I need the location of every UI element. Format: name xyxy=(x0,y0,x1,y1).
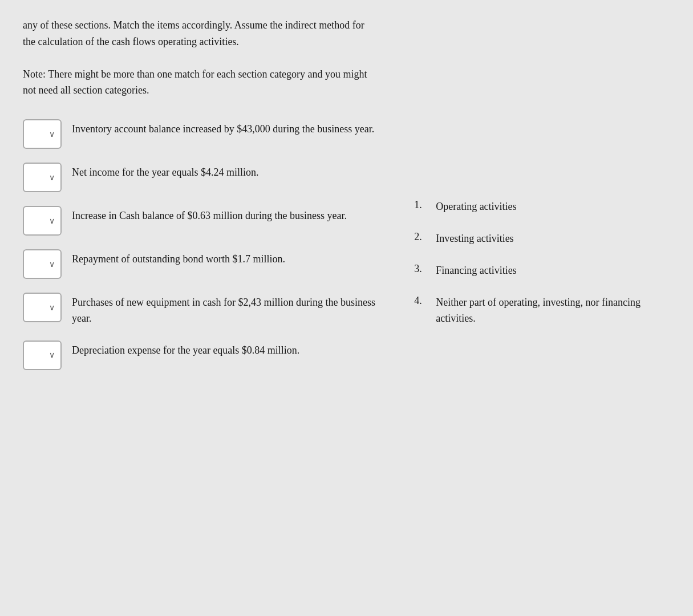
dropdown-box-3[interactable]: ∨ xyxy=(23,206,62,236)
chevron-down-icon: ∨ xyxy=(49,129,55,139)
categories-column: 1.Operating activities2.Investing activi… xyxy=(414,119,670,326)
dropdown-box-5[interactable]: ∨ xyxy=(23,293,62,322)
item-text-2: Net income for the year equals $4.24 mil… xyxy=(72,163,258,181)
item-text-1: Inventory account balance increased by $… xyxy=(72,119,374,137)
item-text-5: Purchases of new equipment in cash for $… xyxy=(72,293,380,327)
category-item-3: 3.Financing activities xyxy=(414,263,670,279)
intro-paragraph: any of these sections. Match the items a… xyxy=(23,17,670,50)
items-column: ∨Inventory account balance increased by … xyxy=(23,119,380,370)
dropdown-box-4[interactable]: ∨ xyxy=(23,249,62,279)
note-paragraph: Note: There might be more than one match… xyxy=(23,66,670,99)
category-item-2: 2.Investing activities xyxy=(414,231,670,247)
category-text-1: Operating activities xyxy=(436,199,516,215)
item-text-4: Repayment of outstanding bond worth $1.7… xyxy=(72,249,285,268)
item-text-6: Depreciation expense for the year equals… xyxy=(72,341,299,359)
list-item: ∨Inventory account balance increased by … xyxy=(23,119,380,149)
dropdown-box-6[interactable]: ∨ xyxy=(23,341,62,370)
main-content: ∨Inventory account balance increased by … xyxy=(23,119,670,370)
category-number-1: 1. xyxy=(414,199,428,211)
list-item: ∨Depreciation expense for the year equal… xyxy=(23,341,380,370)
list-item: ∨Increase in Cash balance of $0.63 milli… xyxy=(23,206,380,236)
category-text-2: Investing activities xyxy=(436,231,513,247)
category-item-4: 4.Neither part of operating, investing, … xyxy=(414,295,670,327)
list-item: ∨Repayment of outstanding bond worth $1.… xyxy=(23,249,380,279)
item-text-3: Increase in Cash balance of $0.63 millio… xyxy=(72,206,347,224)
category-item-1: 1.Operating activities xyxy=(414,199,670,215)
category-text-3: Financing activities xyxy=(436,263,516,279)
chevron-down-icon: ∨ xyxy=(49,303,55,313)
category-number-2: 2. xyxy=(414,231,428,243)
category-number-3: 3. xyxy=(414,263,428,275)
category-text-4: Neither part of operating, investing, no… xyxy=(436,295,670,327)
dropdown-box-1[interactable]: ∨ xyxy=(23,119,62,149)
dropdown-box-2[interactable]: ∨ xyxy=(23,163,62,192)
chevron-down-icon: ∨ xyxy=(49,216,55,226)
chevron-down-icon: ∨ xyxy=(49,350,55,360)
chevron-down-icon: ∨ xyxy=(49,260,55,269)
category-number-4: 4. xyxy=(414,295,428,307)
list-item: ∨Net income for the year equals $4.24 mi… xyxy=(23,163,380,192)
chevron-down-icon: ∨ xyxy=(49,173,55,183)
list-item: ∨Purchases of new equipment in cash for … xyxy=(23,293,380,327)
